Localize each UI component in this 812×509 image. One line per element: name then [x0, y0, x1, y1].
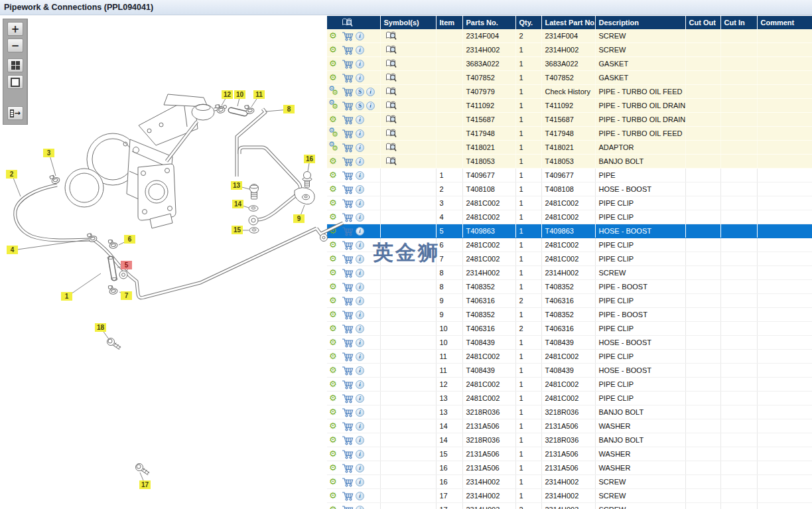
add-to-cart-icon[interactable] — [342, 73, 354, 83]
diagram-callout-10[interactable]: 10 — [234, 90, 245, 99]
symbol-lookup-icon[interactable] — [385, 157, 397, 166]
table-row[interactable]: ⚙ i 2314H002 1 2314H002 SCREW — [327, 43, 812, 57]
symbol-lookup-icon[interactable] — [385, 31, 397, 40]
diagram-callout-17[interactable]: 17 — [139, 480, 151, 489]
table-row[interactable]: ⚙ i 8 2314H002 1 2314H002 SCREW — [327, 266, 812, 280]
info-icon[interactable]: i — [356, 338, 364, 347]
add-to-cart-icon[interactable] — [342, 184, 354, 194]
column-header-cut-in[interactable]: Cut In — [720, 16, 757, 29]
column-header-cut-out[interactable]: Cut Out — [685, 16, 720, 29]
gear-icon[interactable]: ⚙ — [329, 365, 340, 376]
info-icon[interactable]: i — [356, 74, 364, 82]
table-row[interactable]: ⚙ i 1 T409677 1 T409677 PIPE — [327, 169, 812, 182]
gear-icon[interactable]: ⚙ — [329, 323, 340, 334]
table-row[interactable]: ⚙ i 10 T406316 2 T406316 PIPE CLIP — [327, 322, 812, 336]
table-row[interactable]: ⚙ i 17 2314H003 2 2314H003 SCREW — [327, 503, 812, 509]
table-row[interactable]: ⚙ i 6 2481C002 1 2481C002 PIPE CLIP — [327, 238, 812, 252]
gear-icon[interactable]: ⚙ — [329, 267, 340, 278]
table-row[interactable]: ⚙ i 3 2481C002 1 2481C002 PIPE CLIP — [327, 196, 812, 210]
add-to-cart-icon[interactable] — [342, 421, 354, 431]
table-row[interactable]: ⚙ i 14 2131A506 1 2131A506 WASHER — [327, 419, 812, 433]
table-row[interactable]: ⚙ i 5 T409863 1 T409863 HOSE - BOOST — [327, 224, 812, 238]
info-icon[interactable]: i — [356, 311, 364, 319]
add-to-cart-icon[interactable] — [342, 435, 354, 445]
gear-icon[interactable]: ⚙ — [329, 254, 340, 264]
info-icon[interactable]: i — [356, 380, 364, 389]
toggle-panel-button[interactable]: → — [7, 106, 23, 120]
symbol-lookup-icon[interactable] — [385, 129, 397, 138]
symbol-lookup-icon[interactable] — [385, 115, 397, 124]
add-to-cart-icon[interactable] — [342, 226, 354, 236]
info-icon[interactable]: i — [356, 325, 364, 333]
gear-icon[interactable]: ⚙ — [329, 463, 340, 473]
diagram-callout-18[interactable]: 18 — [95, 323, 106, 332]
add-to-cart-icon[interactable] — [342, 101, 354, 111]
table-row[interactable]: ⚙⚙ Si T407979 1 Check History PIPE - TUR… — [327, 85, 812, 99]
add-to-cart-icon[interactable] — [342, 254, 354, 264]
symbol-lookup-icon[interactable] — [385, 143, 397, 152]
table-row[interactable]: ⚙ i 9 T408352 1 T408352 PIPE - BOOST — [327, 308, 812, 322]
info-icon[interactable]: i — [356, 185, 364, 194]
table-row[interactable]: ⚙ i 3683A022 1 3683A022 GASKET — [327, 57, 812, 71]
info-icon[interactable]: i — [356, 283, 364, 291]
diagram-callout-16[interactable]: 16 — [304, 155, 315, 163]
gear-icon[interactable]: ⚙ — [329, 226, 340, 236]
add-to-cart-icon[interactable] — [342, 87, 354, 97]
table-row[interactable]: ⚙ i T407852 1 T407852 GASKET — [327, 71, 812, 85]
diagram-callout-13[interactable]: 13 — [231, 181, 242, 190]
double-gear-icon[interactable]: ⚙⚙ — [329, 142, 340, 153]
diagram-callout-8[interactable]: 8 — [283, 105, 295, 113]
info-icon[interactable]: i — [356, 241, 364, 250]
info-icon[interactable]: i — [356, 157, 364, 166]
info-icon[interactable]: i — [356, 492, 364, 500]
diagram-callout-7[interactable]: 7 — [121, 291, 132, 300]
info-icon[interactable]: i — [356, 199, 364, 208]
add-to-cart-icon[interactable] — [342, 338, 354, 348]
zoom-in-button[interactable]: + — [7, 22, 23, 36]
gear-icon[interactable]: ⚙ — [329, 407, 340, 417]
info-icon[interactable]: i — [356, 450, 364, 459]
column-header-actions[interactable] — [327, 16, 380, 29]
diagram-callout-14[interactable]: 14 — [232, 200, 243, 208]
diagram-callout-15[interactable]: 15 — [232, 226, 243, 234]
add-to-cart-icon[interactable] — [342, 171, 354, 181]
add-to-cart-icon[interactable] — [342, 352, 354, 362]
diagram-callout-2[interactable]: 2 — [6, 170, 17, 179]
add-to-cart-icon[interactable] — [342, 45, 354, 55]
diagram-callout-4[interactable]: 4 — [7, 246, 18, 254]
gear-icon[interactable]: ⚙ — [329, 337, 340, 348]
table-row[interactable]: ⚙ i 12 2481C002 1 2481C002 PIPE CLIP — [327, 378, 812, 392]
zoom-out-button[interactable]: − — [7, 38, 23, 52]
table-row[interactable]: ⚙⚙ i T417948 1 T417948 PIPE - TURBO OIL … — [327, 127, 812, 141]
info-icon[interactable]: i — [356, 506, 364, 509]
add-to-cart-icon[interactable] — [342, 324, 354, 334]
gear-icon[interactable]: ⚙ — [329, 393, 340, 403]
add-to-cart-icon[interactable] — [342, 394, 354, 403]
diagram-callout-1[interactable]: 1 — [61, 292, 72, 301]
add-to-cart-icon[interactable] — [342, 491, 354, 501]
table-row[interactable]: ⚙ i 13 2481C002 1 2481C002 PIPE CLIP — [327, 392, 812, 405]
table-row[interactable]: ⚙ i 14 3218R036 1 3218R036 BANJO BOLT — [327, 433, 812, 447]
info-icon[interactable]: i — [356, 269, 364, 277]
double-gear-icon[interactable]: ⚙⚙ — [329, 100, 340, 111]
info-icon[interactable]: i — [356, 129, 364, 138]
column-header-description[interactable]: Description — [595, 16, 685, 29]
gear-icon[interactable]: ⚙ — [329, 435, 340, 445]
table-row[interactable]: ⚙ i 13 3218R036 1 3218R036 BANJO BOLT — [327, 405, 812, 419]
gear-icon[interactable]: ⚙ — [329, 198, 340, 208]
info-icon[interactable]: i — [356, 32, 364, 40]
gear-icon[interactable]: ⚙ — [329, 490, 340, 501]
table-row[interactable]: ⚙ i 2 T408108 1 T408108 HOSE - BOOST — [327, 182, 812, 196]
add-to-cart-icon[interactable] — [342, 282, 354, 292]
gear-icon[interactable]: ⚙ — [329, 295, 340, 306]
info-icon[interactable]: i — [356, 213, 364, 222]
substitution-badge[interactable]: S — [356, 102, 364, 110]
add-to-cart-icon[interactable] — [342, 31, 354, 41]
symbol-lookup-icon[interactable] — [385, 45, 397, 54]
gear-icon[interactable]: ⚙ — [329, 281, 340, 292]
table-row[interactable]: ⚙ i T415687 1 T415687 PIPE - TURBO OIL D… — [327, 113, 812, 127]
diagram-callout-9[interactable]: 9 — [293, 214, 304, 223]
symbol-lookup-icon[interactable] — [385, 101, 397, 110]
fit-view-button[interactable] — [7, 75, 23, 89]
double-gear-icon[interactable]: ⚙⚙ — [329, 86, 340, 97]
